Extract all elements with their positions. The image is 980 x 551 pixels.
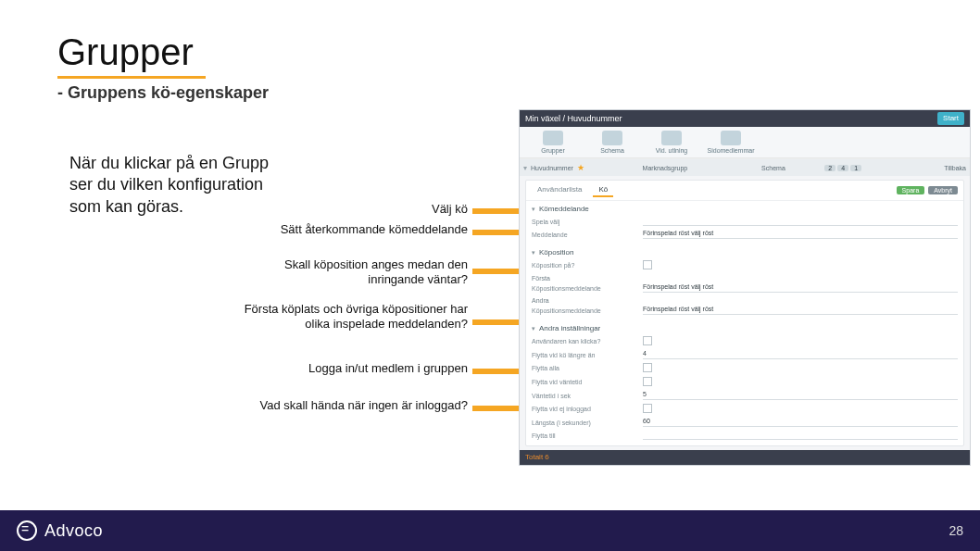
checkbox-flytta-alla[interactable] bbox=[643, 363, 652, 372]
subhead-andra: Andra bbox=[532, 294, 958, 304]
row-label: Användaren kan klicka? bbox=[532, 338, 643, 344]
input-andra-meddelande[interactable]: Förinspelad röst välj röst bbox=[643, 306, 958, 315]
group-name: Huvudnummer bbox=[531, 165, 573, 171]
annotation-koposition: Skall köposition anges medan den inringa… bbox=[227, 257, 468, 288]
badge: 2 bbox=[824, 165, 836, 171]
tab-anvandarlista[interactable]: Användarlista bbox=[532, 183, 587, 197]
tool-grupper[interactable]: Grupper bbox=[525, 131, 581, 154]
row-label: Flytta vid kö längre än bbox=[532, 352, 643, 358]
input-flytta-ko[interactable]: 4 bbox=[643, 350, 958, 359]
breadcrumb: Min växel / Huvudnummer Start bbox=[520, 110, 970, 127]
group-period: Schema bbox=[758, 165, 821, 171]
annotation-forsta-koplats: Första köplats och övriga köpositioner h… bbox=[227, 302, 468, 332]
annotation-komeddelande: Sätt återkommande kömeddelande bbox=[227, 222, 468, 237]
checkbox-flytta-vantetid[interactable] bbox=[643, 377, 652, 386]
input-vantetid-sek[interactable]: 5 bbox=[643, 391, 958, 400]
tab-ko[interactable]: Kö bbox=[593, 183, 613, 197]
section-andra-installningar[interactable]: Andra inställningar bbox=[532, 320, 958, 334]
start-button[interactable]: Start bbox=[937, 112, 964, 125]
section-komeddelande[interactable]: Kömeddelande bbox=[532, 201, 958, 215]
app-footer: Totalt 6 bbox=[520, 450, 970, 465]
subhead-forsta: Första bbox=[532, 272, 958, 282]
tab-bar: Användarlista Kö bbox=[532, 183, 613, 197]
row-label: Köposition på? bbox=[532, 262, 643, 269]
brand-name: Advoco bbox=[44, 521, 103, 541]
input-flytta-till[interactable] bbox=[643, 431, 958, 440]
forwarding-icon bbox=[661, 131, 682, 145]
tool-vidutlning[interactable]: Vid. utlning bbox=[644, 131, 699, 154]
row-label: Flytta till bbox=[532, 432, 643, 439]
checkbox-koposition[interactable] bbox=[643, 260, 652, 269]
group-back: Tillbaka bbox=[885, 165, 970, 171]
row-label: Flytta vid ej inloggad bbox=[532, 406, 643, 412]
row-label: Flytta vid väntetid bbox=[532, 379, 643, 385]
tool-schema[interactable]: Schema bbox=[584, 131, 640, 154]
input-meddelande[interactable]: Förinspelad röst välj röst bbox=[643, 230, 958, 239]
groups-icon bbox=[543, 131, 563, 145]
embedded-screenshot: Min växel / Huvudnummer Start Grupper Sc… bbox=[519, 109, 971, 466]
title-underline bbox=[57, 76, 206, 79]
slide-title: Grupper bbox=[57, 31, 194, 73]
row-label: Köpositionsmeddelande bbox=[532, 307, 643, 314]
chevron-down-icon: ▾ bbox=[523, 164, 527, 172]
toolbar: Grupper Schema Vid. utlning Sidomedlemma… bbox=[520, 127, 970, 158]
annotation-valj-ko: Välj kö bbox=[227, 202, 468, 217]
badge: 4 bbox=[837, 165, 848, 171]
checkbox-anvandare-klicka[interactable] bbox=[643, 336, 652, 345]
slide-footer: Advoco 28 bbox=[0, 510, 980, 551]
logo-icon bbox=[17, 520, 37, 541]
star-icon: ★ bbox=[577, 163, 584, 172]
row-label: Väntetid i sek bbox=[532, 393, 643, 399]
row-label: Meddelande bbox=[532, 232, 643, 238]
schedule-icon bbox=[602, 131, 622, 145]
group-badges: 2 4 1 bbox=[821, 165, 884, 171]
row-label: Köpositionsmeddelande bbox=[532, 285, 643, 292]
input-langsta-sek[interactable]: 60 bbox=[643, 418, 958, 427]
slide-subtitle: - Gruppens kö-egenskaper bbox=[57, 83, 269, 103]
row-label: Flytta alla bbox=[532, 365, 643, 371]
cancel-button[interactable]: Avbryt bbox=[928, 186, 958, 194]
annotation-ingen-inloggad: Vad skall hända när ingen är inloggad? bbox=[227, 398, 468, 413]
input-forsta-meddelande[interactable]: Förinspelad röst välj röst bbox=[643, 283, 958, 293]
group-row[interactable]: ▾Huvudnummer★ Marknadsgrupp Schema 2 4 1… bbox=[520, 159, 970, 176]
section-koposition[interactable]: Köposition bbox=[532, 244, 958, 258]
checkbox-flytta-ej-inloggad[interactable] bbox=[643, 404, 652, 413]
group-type: Marknadsgrupp bbox=[639, 165, 759, 171]
page-number: 28 bbox=[949, 523, 963, 538]
speaker-icon bbox=[721, 131, 741, 145]
row-label: Spela välj bbox=[532, 219, 643, 225]
tool-sidomedlemmar[interactable]: Sidomedlemmar bbox=[703, 131, 759, 154]
breadcrumb-text: Min växel / Huvudnummer bbox=[525, 110, 622, 127]
annotation-logga-in-ut: Logga in/ut medlem i gruppen bbox=[227, 361, 468, 376]
row-label: Längsta (i sekunder) bbox=[532, 420, 643, 426]
brand-logo: Advoco bbox=[17, 520, 103, 541]
input-spela-valj[interactable] bbox=[643, 217, 958, 226]
config-panel: Användarlista Kö Spara Avbryt Kömeddelan… bbox=[525, 180, 964, 446]
save-button[interactable]: Spara bbox=[897, 186, 925, 194]
badge: 1 bbox=[850, 165, 861, 171]
